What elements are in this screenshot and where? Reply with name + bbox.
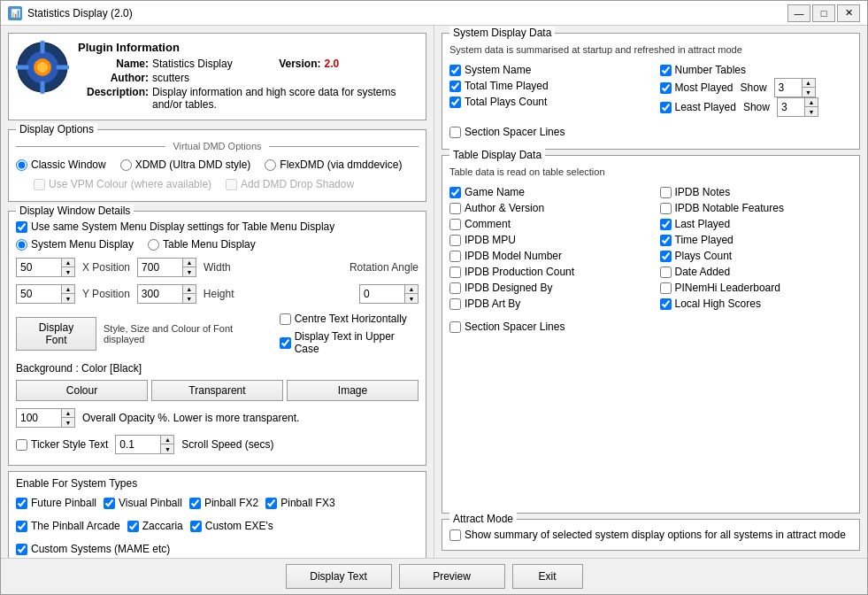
ipdb-mpu-option[interactable]: IPDB MPU (449, 232, 642, 248)
y-position-spinner[interactable]: ▲ ▼ (16, 284, 75, 304)
table-section-spacer-checkbox[interactable] (449, 321, 461, 333)
game-name-option[interactable]: Game Name (449, 184, 642, 200)
system-menu-radio[interactable] (16, 239, 27, 251)
dmd-shadow-option[interactable]: Add DMD Drop Shadow (226, 178, 354, 190)
least-played-option[interactable]: Least Played (660, 99, 736, 115)
comment-checkbox[interactable] (449, 219, 461, 230)
ipdb-model-checkbox[interactable] (449, 251, 461, 262)
ipdb-model-option[interactable]: IPDB Model Number (449, 248, 642, 264)
width-input[interactable] (138, 259, 182, 276)
most-played-option[interactable]: Most Played (660, 80, 734, 96)
height-input[interactable] (138, 285, 182, 303)
most-played-spinner[interactable]: ▲ ▼ (774, 78, 816, 97)
comment-option[interactable]: Comment (449, 216, 642, 232)
table-section-spacer-row[interactable]: Section Spacer Lines (449, 317, 852, 336)
width-down-arrow[interactable]: ▼ (183, 267, 196, 276)
scroll-speed-spinner[interactable]: ▲ ▼ (115, 435, 174, 454)
height-spinner[interactable]: ▲ ▼ (137, 284, 196, 304)
system-section-spacer-row[interactable]: Section Spacer Lines (449, 122, 852, 142)
pinemhi-option[interactable]: PINemHi Leaderboard (660, 280, 853, 296)
xdmd-option[interactable]: XDMD (Ultra DMD style) (120, 158, 251, 171)
date-added-checkbox[interactable] (660, 267, 672, 278)
system-name-checkbox[interactable] (449, 65, 461, 76)
attract-show-option[interactable]: Show summary of selected system display … (449, 527, 852, 543)
preview-button[interactable]: Preview (399, 564, 505, 589)
pinball-fx2-option[interactable]: Pinball FX2 (189, 495, 258, 511)
ipdb-mpu-checkbox[interactable] (449, 235, 461, 246)
rotation-spinner[interactable]: ▲ ▼ (359, 284, 419, 304)
flexdmd-option[interactable]: FlexDMD (via dmddevice) (265, 158, 402, 171)
same-settings-checkbox[interactable] (16, 221, 27, 233)
future-pinball-checkbox[interactable] (16, 498, 27, 509)
colour-button[interactable]: Colour (16, 380, 148, 401)
visual-pinball-option[interactable]: Visual Pinball (104, 495, 182, 511)
ticker-option[interactable]: Ticker Style Text (16, 437, 108, 452)
time-played-checkbox[interactable] (660, 235, 672, 246)
total-plays-count-checkbox[interactable] (449, 97, 461, 108)
opacity-spinner[interactable]: ▲ ▼ (16, 408, 75, 428)
least-played-spinner[interactable]: ▲ ▼ (777, 97, 818, 117)
last-played-option[interactable]: Last Played (660, 216, 853, 232)
number-tables-option[interactable]: Number Tables (660, 62, 853, 78)
pinball-fx2-checkbox[interactable] (189, 498, 201, 509)
custom-exe-checkbox[interactable] (190, 521, 202, 532)
maximize-button[interactable]: □ (812, 4, 835, 22)
most-played-checkbox[interactable] (660, 82, 672, 94)
total-plays-count-option[interactable]: Total Plays Count (449, 94, 642, 110)
height-up-arrow[interactable]: ▲ (183, 285, 196, 294)
pinball-fx3-option[interactable]: Pinball FX3 (265, 495, 334, 511)
rotation-down-arrow[interactable]: ▼ (405, 294, 418, 303)
pinball-arcade-option[interactable]: The Pinball Arcade (16, 518, 120, 534)
local-high-scores-checkbox[interactable] (660, 298, 672, 310)
vpm-colour-option[interactable]: Use VPM Colour (where available) (34, 178, 211, 190)
centre-text-option[interactable]: Centre Text Horizontally (280, 311, 419, 327)
opacity-up-arrow[interactable]: ▲ (62, 409, 74, 418)
scroll-speed-input[interactable] (116, 436, 160, 453)
most-played-input[interactable] (775, 79, 802, 97)
rotation-input[interactable] (360, 285, 404, 303)
ipdb-production-option[interactable]: IPDB Production Count (449, 264, 642, 280)
width-spinner[interactable]: ▲ ▼ (137, 258, 196, 277)
system-name-option[interactable]: System Name (449, 62, 642, 78)
visual-pinball-checkbox[interactable] (104, 498, 115, 509)
system-section-spacer-checkbox[interactable] (449, 127, 461, 138)
ipdb-notes-checkbox[interactable] (660, 187, 672, 198)
most-played-down[interactable]: ▼ (803, 88, 815, 97)
author-version-checkbox[interactable] (449, 203, 461, 214)
rotation-up-arrow[interactable]: ▲ (405, 285, 418, 294)
close-button[interactable]: ✕ (837, 4, 860, 22)
local-high-scores-option[interactable]: Local High Scores (660, 296, 853, 312)
zaccaria-option[interactable]: Zaccaria (127, 518, 183, 534)
upper-case-option[interactable]: Display Text in Upper Case (280, 328, 419, 357)
ipdb-art-checkbox[interactable] (449, 298, 461, 310)
y-position-input[interactable] (17, 285, 61, 303)
total-time-played-option[interactable]: Total Time Played (449, 78, 642, 94)
plays-count-checkbox[interactable] (660, 251, 672, 262)
custom-systems-option[interactable]: Custom Systems (MAME etc) (16, 541, 170, 557)
x-position-up-arrow[interactable]: ▲ (62, 259, 74, 267)
classic-window-option[interactable]: Classic Window (16, 158, 106, 171)
date-added-option[interactable]: Date Added (660, 264, 853, 280)
ipdb-art-option[interactable]: IPDB Art By (449, 296, 642, 312)
game-name-checkbox[interactable] (449, 187, 461, 198)
display-text-button[interactable]: Display Text (286, 564, 392, 589)
width-up-arrow[interactable]: ▲ (183, 259, 196, 267)
ipdb-notable-option[interactable]: IPDB Notable Features (660, 200, 853, 216)
xdmd-radio[interactable] (120, 159, 132, 171)
height-down-arrow[interactable]: ▼ (183, 294, 196, 303)
least-played-input[interactable] (778, 98, 804, 116)
ipdb-notable-checkbox[interactable] (660, 203, 672, 214)
least-played-down[interactable]: ▼ (805, 107, 818, 116)
centre-text-checkbox[interactable] (280, 313, 291, 325)
zaccaria-checkbox[interactable] (127, 521, 139, 532)
y-position-down-arrow[interactable]: ▼ (62, 294, 74, 303)
ipdb-notes-option[interactable]: IPDB Notes (660, 184, 853, 200)
system-menu-option[interactable]: System Menu Display (16, 238, 134, 251)
least-played-checkbox[interactable] (660, 102, 672, 113)
plays-count-option[interactable]: Plays Count (660, 248, 853, 264)
flexdmd-radio[interactable] (265, 159, 276, 171)
transparent-button[interactable]: Transparent (151, 380, 283, 401)
scroll-speed-down-arrow[interactable]: ▼ (161, 444, 173, 453)
time-played-option[interactable]: Time Played (660, 232, 853, 248)
same-settings-row[interactable]: Use same System Menu Display settings fo… (16, 219, 419, 235)
